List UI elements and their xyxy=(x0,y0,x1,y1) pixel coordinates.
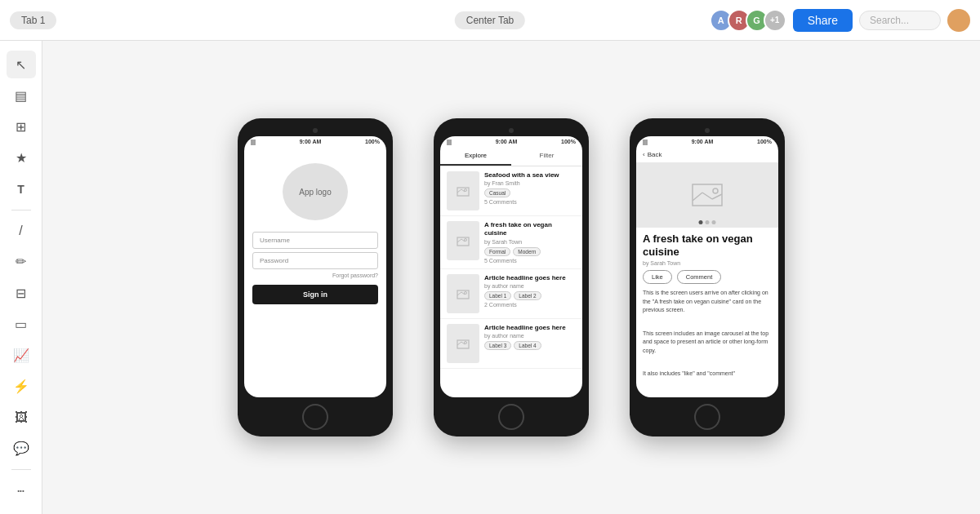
feed-tags-1: Casual xyxy=(484,188,576,197)
home-button-2[interactable] xyxy=(498,404,524,430)
feed-tag-1-1[interactable]: Casual xyxy=(484,188,510,197)
frame-icon: ▤ xyxy=(15,88,27,104)
battery-3: 100% xyxy=(757,139,772,144)
app-logo: App logo xyxy=(283,163,348,220)
tab-explore[interactable]: Explore xyxy=(440,147,511,166)
svg-line-1 xyxy=(457,189,461,193)
sidebar-icon-text[interactable]: T xyxy=(7,175,36,203)
feed-comments-2: 5 Comments xyxy=(484,258,576,264)
text-icon: T xyxy=(17,183,24,196)
detail-author: by Sarah Town xyxy=(643,260,772,266)
username-input[interactable]: Username xyxy=(252,232,378,249)
forgot-password-link[interactable]: Forgot password? xyxy=(252,273,378,278)
feed-thumb-3 xyxy=(447,274,479,313)
sidebar-icon-chart[interactable]: 📈 xyxy=(7,341,36,369)
line-icon: / xyxy=(19,224,22,238)
feed-item-4[interactable]: Article headline goes here by author nam… xyxy=(440,319,582,369)
feed-tags-2: Formal Modern xyxy=(484,247,576,256)
status-bar-2: ||| 9:00 AM 100% xyxy=(440,136,582,147)
cursor-icon: ↖ xyxy=(16,57,26,73)
sign-in-button[interactable]: Sign in xyxy=(252,285,378,304)
sidebar-icon-cursor[interactable]: ↖ xyxy=(7,51,36,78)
battery-1: 100% xyxy=(365,139,380,144)
detail-text-1: This is the screen users arrive on after… xyxy=(643,289,772,315)
sidebar-icon-comment[interactable]: 💬 xyxy=(7,435,36,463)
feed-tag-2-2[interactable]: Modern xyxy=(513,247,541,256)
home-button-1[interactable] xyxy=(302,404,328,430)
feed-tag-3-2[interactable]: Label 2 xyxy=(514,291,541,300)
sidebar-icon-image[interactable]: 🖼 xyxy=(7,404,36,432)
more-icon: ••• xyxy=(17,487,24,494)
like-button[interactable]: Like xyxy=(643,270,672,284)
topbar-right: A R G +1 Share Search... xyxy=(710,9,970,32)
feed-thumb-2 xyxy=(447,221,479,260)
feed-item-1[interactable]: Seafood with a sea view by Fran Smith Ca… xyxy=(440,166,582,216)
svg-rect-4 xyxy=(457,237,469,246)
comment-icon: 💬 xyxy=(13,441,29,456)
detail-text-3: It also includes "like" and "comment" xyxy=(643,370,772,379)
tab-1[interactable]: Tab 1 xyxy=(10,11,56,29)
center-tab[interactable]: Center Tab xyxy=(455,11,525,29)
svg-line-17 xyxy=(693,193,702,201)
feed-title-2: A fresh take on vegan cuisine xyxy=(484,221,576,238)
svg-point-7 xyxy=(465,239,467,241)
tab-filter[interactable]: Filter xyxy=(511,147,582,166)
comment-button[interactable]: Comment xyxy=(677,270,722,284)
svg-rect-0 xyxy=(457,188,469,196)
avatar-plus[interactable]: +1 xyxy=(764,9,786,32)
search-input[interactable]: Search... xyxy=(859,11,941,30)
feed-tabs: Explore Filter xyxy=(440,147,582,166)
svg-line-19 xyxy=(712,194,722,199)
sidebar-icon-pen[interactable]: ✏ xyxy=(7,248,36,276)
sidebar-icon-plugin[interactable]: ⚡ xyxy=(7,373,36,401)
back-button[interactable]: ‹ Back xyxy=(636,147,778,162)
feed-tag-3-1[interactable]: Label 1 xyxy=(484,291,511,300)
share-button[interactable]: Share xyxy=(793,9,853,32)
feed-tag-4-2[interactable]: Label 4 xyxy=(514,341,541,350)
sidebar-icon-components[interactable]: ⊞ xyxy=(7,113,36,140)
feed-item-2[interactable]: A fresh take on vegan cuisine by Sarah T… xyxy=(440,216,582,269)
sidebar-icon-frame[interactable]: ▤ xyxy=(7,82,36,109)
svg-point-11 xyxy=(465,291,467,294)
sidebar-icon-line[interactable]: / xyxy=(7,217,36,245)
feed-item-3[interactable]: Article headline goes here by author nam… xyxy=(440,269,582,319)
svg-rect-16 xyxy=(693,184,722,206)
phone-notch-3 xyxy=(636,128,778,133)
home-button-3[interactable] xyxy=(694,404,720,430)
feed-tag-2-1[interactable]: Formal xyxy=(484,247,510,256)
plugin-icon: ⚡ xyxy=(13,379,29,394)
detail-dot-2 xyxy=(706,220,710,224)
time-1: 9:00 AM xyxy=(300,139,322,144)
phone-dot-1 xyxy=(313,128,318,133)
svg-line-18 xyxy=(702,193,712,199)
topbar: Tab 1 Center Tab A R G +1 Share Search..… xyxy=(0,0,980,41)
feed-title-4: Article headline goes here xyxy=(484,324,576,332)
feed-comments-1: 5 Comments xyxy=(484,199,576,205)
topbar-left: Tab 1 xyxy=(10,11,56,29)
feed-author-2: by Sarah Town xyxy=(484,239,576,245)
detail-body: A fresh take on vegan cuisine by Sarah T… xyxy=(636,228,778,383)
sidebar-icon-shape[interactable]: ▭ xyxy=(7,310,36,338)
sidebar-icon-star[interactable]: ★ xyxy=(7,144,36,171)
svg-point-15 xyxy=(465,341,467,343)
feed-tag-4-1[interactable]: Label 3 xyxy=(484,341,511,350)
feed-content-2: A fresh take on vegan cuisine by Sarah T… xyxy=(484,221,576,264)
main-user-avatar[interactable] xyxy=(947,9,970,32)
back-label: Back xyxy=(648,151,662,158)
table-icon: ⊟ xyxy=(16,286,26,301)
feed-title-3: Article headline goes here xyxy=(484,274,576,282)
signal-1: ||| xyxy=(251,139,256,144)
svg-line-5 xyxy=(457,239,461,242)
feed-comments-3: 2 Comments xyxy=(484,302,576,308)
phone-notch-2 xyxy=(440,128,582,133)
feed-author-1: by Fran Smith xyxy=(484,180,576,186)
phone-feed: ||| 9:00 AM 100% Explore Filter Seafood … xyxy=(434,118,589,436)
shape-icon: ▭ xyxy=(15,317,27,332)
sidebar-divider-1 xyxy=(11,210,31,210)
sidebar-icon-table[interactable]: ⊟ xyxy=(7,279,36,307)
sidebar-icon-more[interactable]: ••• xyxy=(7,476,36,504)
svg-point-20 xyxy=(713,188,718,193)
password-input[interactable]: Password xyxy=(252,252,378,269)
status-bar-3: ||| 9:00 AM 100% xyxy=(636,136,778,147)
feed-content-3: Article headline goes here by author nam… xyxy=(484,274,576,313)
